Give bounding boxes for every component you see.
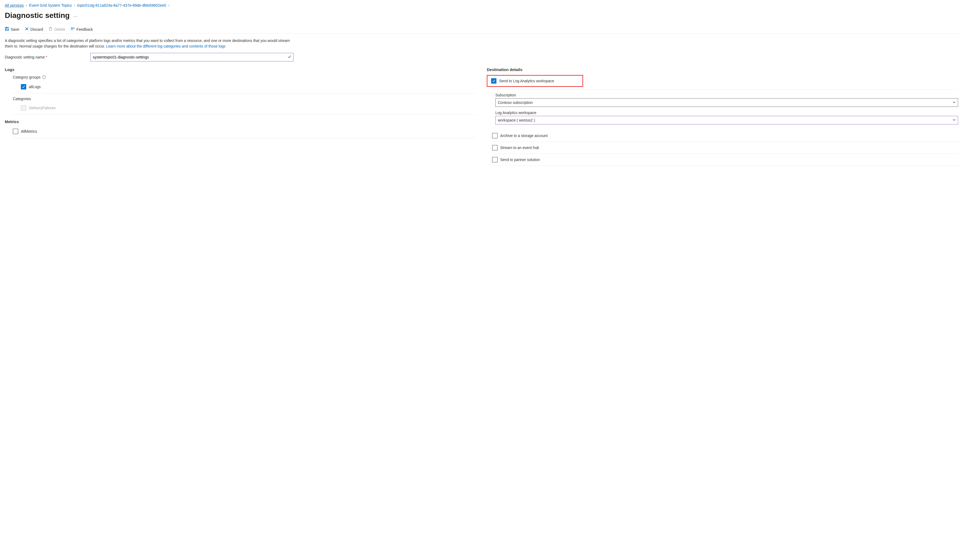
feedback-button[interactable]: Feedback [70, 27, 93, 32]
close-icon [24, 27, 29, 32]
subscription-value: Contoso subscription [498, 101, 533, 105]
alllogs-checkbox[interactable] [21, 84, 26, 89]
breadcrumb-event-grid-system-topics[interactable]: Event Grid System Topics [29, 3, 72, 8]
save-button[interactable]: Save [5, 27, 19, 32]
svg-rect-2 [6, 29, 8, 31]
feedback-label: Feedback [77, 27, 93, 31]
subscription-label: Subscription [495, 93, 958, 97]
law-label: Log Analytics workspace [495, 110, 958, 115]
alllogs-label: allLogs [29, 84, 41, 89]
trash-icon [48, 27, 53, 32]
deliveryfailures-checkbox [21, 105, 26, 110]
breadcrumb-topic[interactable]: topic01stg-811a624a-8a77-437e-89de-dfeb5… [77, 3, 166, 8]
checkmark-icon [288, 55, 291, 60]
subscription-dropdown[interactable]: Contoso subscription [495, 98, 958, 107]
archive-storage-checkbox[interactable] [492, 133, 498, 138]
send-to-law-highlight: Send to Log Analytics workspace [487, 75, 583, 87]
deliveryfailures-label: DeliveryFailures [29, 106, 55, 110]
discard-button[interactable]: Discard [24, 27, 43, 32]
delete-label: Delete [54, 27, 65, 31]
send-partner-checkbox[interactable] [492, 157, 498, 162]
svg-rect-5 [49, 28, 52, 31]
breadcrumb-all-services[interactable]: All services [5, 3, 24, 8]
description: A diagnostic setting specifies a list of… [5, 38, 299, 49]
logs-heading: Logs [5, 67, 476, 72]
chevron-right-icon: › [74, 3, 75, 7]
destination-details-heading: Destination details [487, 67, 958, 72]
chevron-down-icon [953, 118, 956, 122]
allmetrics-checkbox[interactable] [13, 129, 18, 134]
svg-rect-1 [6, 27, 8, 28]
learn-more-link[interactable]: Learn more about the different log categ… [106, 44, 225, 48]
law-dropdown[interactable]: workspace ( westus2 ) [495, 116, 958, 125]
discard-label: Discard [31, 27, 43, 31]
svg-point-8 [71, 28, 72, 29]
more-icon[interactable]: ··· [73, 12, 78, 19]
send-to-law-checkbox[interactable] [491, 78, 497, 84]
archive-storage-label: Archive to a storage account [500, 133, 547, 138]
law-value: workspace ( westus2 ) [498, 118, 535, 122]
stream-eventhub-label: Stream to an event hub [500, 146, 539, 150]
page-title: Diagnostic setting [5, 11, 70, 20]
chevron-right-icon: › [168, 3, 169, 7]
feedback-icon [70, 27, 75, 32]
setting-name-label: Diagnostic setting name * [5, 55, 85, 59]
categories-label: Categories [5, 97, 476, 101]
send-partner-label: Send to partner solution [500, 157, 540, 162]
stream-eventhub-checkbox[interactable] [492, 145, 498, 150]
send-to-law-label: Send to Log Analytics workspace [499, 79, 554, 83]
chevron-right-icon: › [26, 3, 27, 7]
setting-name-input[interactable] [90, 53, 293, 62]
breadcrumb: All services › Event Grid System Topics … [5, 3, 959, 10]
toolbar: Save Discard Delete Feedback [5, 25, 959, 34]
metrics-heading: Metrics [5, 119, 476, 124]
save-label: Save [11, 27, 19, 31]
allmetrics-label: AllMetrics [21, 129, 37, 133]
chevron-down-icon [953, 101, 956, 105]
save-icon [5, 27, 9, 32]
info-icon[interactable]: i [42, 75, 46, 79]
category-groups-label: Category groups i [5, 75, 476, 79]
delete-button: Delete [48, 27, 65, 32]
